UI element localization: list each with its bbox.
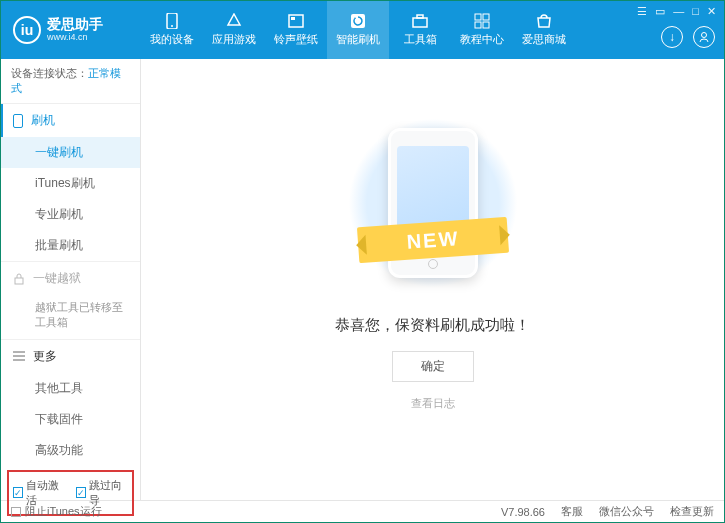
sidebar-section-flash: 刷机 一键刷机 iTunes刷机 专业刷机 批量刷机 [1, 104, 140, 262]
nav-tab-store[interactable]: 爱思商城 [513, 1, 575, 59]
sidebar-header-label: 刷机 [31, 112, 55, 129]
svg-rect-4 [351, 14, 365, 28]
svg-point-1 [171, 25, 173, 27]
lock-icon [13, 273, 25, 285]
sidebar-header-jailbreak[interactable]: 一键越狱 [1, 262, 140, 295]
download-icon[interactable]: ↓ [661, 26, 683, 48]
sidebar-item-download-firmware[interactable]: 下载固件 [1, 404, 140, 435]
close-icon[interactable]: ✕ [707, 5, 716, 18]
header-actions: ↓ [661, 26, 715, 48]
svg-rect-2 [289, 15, 303, 27]
check-icon: ✓ [76, 487, 86, 498]
logo-text: 爱思助手 www.i4.cn [47, 17, 103, 42]
nav-tab-tutorial[interactable]: 教程中心 [451, 1, 513, 59]
nav-label: 爱思商城 [522, 32, 566, 47]
nav-tab-flash[interactable]: 智能刷机 [327, 1, 389, 59]
svg-rect-12 [14, 114, 23, 127]
nav-label: 智能刷机 [336, 32, 380, 47]
skin-icon[interactable]: ▭ [655, 5, 665, 18]
nav-tab-device[interactable]: 我的设备 [141, 1, 203, 59]
wallpaper-icon [286, 13, 306, 29]
version-label: V7.98.66 [501, 506, 545, 518]
jailbreak-note: 越狱工具已转移至工具箱 [1, 295, 140, 339]
sidebar-item-batch-flash[interactable]: 批量刷机 [1, 230, 140, 261]
app-logo-icon: iu [13, 16, 41, 44]
minimize-icon[interactable]: — [673, 5, 684, 17]
nav-label: 铃声壁纸 [274, 32, 318, 47]
phone-icon [162, 13, 182, 29]
phone-illustration: NEW [368, 118, 498, 288]
sidebar-header-flash[interactable]: 刷机 [1, 104, 140, 137]
footer-label: 阻止iTunes运行 [25, 504, 102, 519]
new-banner: NEW [356, 217, 508, 263]
phone-icon [13, 114, 23, 128]
sidebar-header-label: 一键越狱 [33, 270, 81, 287]
checkbox-icon [11, 507, 21, 517]
nav-tab-apps[interactable]: 应用游戏 [203, 1, 265, 59]
app-header: iu 爱思助手 www.i4.cn 我的设备 应用游戏 铃声壁纸 智能刷机 工具… [1, 1, 724, 59]
nav-label: 应用游戏 [212, 32, 256, 47]
connection-status: 设备连接状态：正常模式 [1, 59, 140, 104]
sidebar-item-itunes-flash[interactable]: iTunes刷机 [1, 168, 140, 199]
app-body: 设备连接状态：正常模式 刷机 一键刷机 iTunes刷机 专业刷机 批量刷机 一… [1, 59, 724, 500]
wechat-link[interactable]: 微信公众号 [599, 504, 654, 519]
menu-icon[interactable]: ☰ [637, 5, 647, 18]
svg-point-11 [702, 33, 707, 38]
svg-rect-9 [475, 22, 481, 28]
check-icon: ✓ [13, 487, 23, 498]
sidebar: 设备连接状态：正常模式 刷机 一键刷机 iTunes刷机 专业刷机 批量刷机 一… [1, 59, 141, 500]
ok-button[interactable]: 确定 [392, 351, 474, 382]
sidebar-header-label: 更多 [33, 348, 57, 365]
store-icon [534, 13, 554, 29]
app-url: www.i4.cn [47, 33, 103, 43]
update-link[interactable]: 检查更新 [670, 504, 714, 519]
svg-rect-13 [15, 278, 23, 284]
sidebar-item-advanced[interactable]: 高级功能 [1, 435, 140, 466]
user-icon[interactable] [693, 26, 715, 48]
support-link[interactable]: 客服 [561, 504, 583, 519]
view-log-link[interactable]: 查看日志 [411, 396, 455, 411]
sidebar-item-oneclick-flash[interactable]: 一键刷机 [1, 137, 140, 168]
nav-label: 教程中心 [460, 32, 504, 47]
svg-rect-8 [483, 14, 489, 20]
footer-right: V7.98.66 客服 微信公众号 检查更新 [501, 504, 714, 519]
status-label: 设备连接状态： [11, 67, 88, 79]
main-content: NEW 恭喜您，保资料刷机成功啦！ 确定 查看日志 [141, 59, 724, 500]
refresh-icon [348, 13, 368, 29]
menu-icon [13, 351, 25, 361]
svg-rect-6 [417, 15, 423, 18]
nav-label: 工具箱 [404, 32, 437, 47]
nav-tab-toolbox[interactable]: 工具箱 [389, 1, 451, 59]
grid-icon [472, 13, 492, 29]
nav-label: 我的设备 [150, 32, 194, 47]
nav-tab-ringtones[interactable]: 铃声壁纸 [265, 1, 327, 59]
svg-rect-5 [413, 18, 427, 27]
toolbox-icon [410, 13, 430, 29]
svg-rect-7 [475, 14, 481, 20]
sidebar-section-jailbreak: 一键越狱 越狱工具已转移至工具箱 [1, 262, 140, 340]
logo-section: iu 爱思助手 www.i4.cn [1, 16, 141, 44]
maximize-icon[interactable]: □ [692, 5, 699, 17]
app-title: 爱思助手 [47, 17, 103, 32]
sidebar-section-more: 更多 其他工具 下载固件 高级功能 [1, 340, 140, 466]
checkbox-block-itunes[interactable]: 阻止iTunes运行 [11, 504, 102, 519]
svg-rect-3 [291, 17, 295, 20]
apps-icon [224, 13, 244, 29]
svg-rect-10 [483, 22, 489, 28]
nav-tabs: 我的设备 应用游戏 铃声壁纸 智能刷机 工具箱 教程中心 爱思商城 [141, 1, 637, 59]
sidebar-item-other-tools[interactable]: 其他工具 [1, 373, 140, 404]
success-message: 恭喜您，保资料刷机成功啦！ [335, 316, 530, 335]
sidebar-item-pro-flash[interactable]: 专业刷机 [1, 199, 140, 230]
sidebar-header-more[interactable]: 更多 [1, 340, 140, 373]
